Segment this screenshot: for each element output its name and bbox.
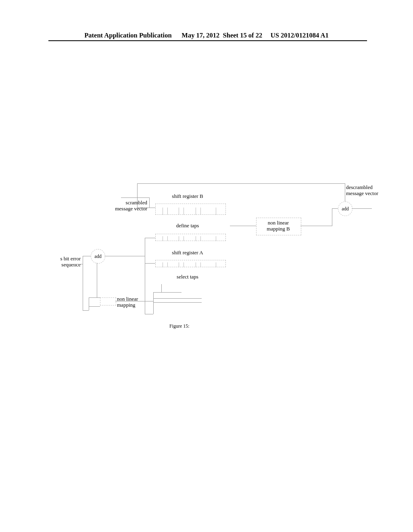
wire — [352, 208, 372, 209]
descrambled-message-label: descrambled message vector — [346, 185, 390, 197]
sheet-number: Sheet 15 of 22 — [223, 31, 263, 39]
wire — [83, 256, 91, 256]
wire — [83, 256, 83, 310]
wire — [149, 197, 150, 208]
wire — [332, 208, 338, 209]
wire — [153, 298, 202, 299]
nonlinear-mapping-label: non linear mapping — [117, 296, 149, 308]
page: Patent Application Publication May 17, 2… — [0, 0, 413, 532]
define-taps-label: define taps — [169, 223, 206, 229]
nonlinear-mapping-b-label: non linear mapping B — [258, 220, 298, 232]
wire — [345, 183, 345, 202]
wire — [161, 284, 162, 292]
wire — [137, 183, 345, 184]
wire — [97, 263, 97, 297]
adder-right-label: add — [342, 206, 348, 212]
pub-type: Patent Application Publication — [84, 31, 171, 39]
page-header: Patent Application Publication May 17, 2… — [0, 31, 413, 39]
wire — [332, 208, 332, 226]
figure-caption: Figure 15: — [169, 323, 190, 329]
nonlinear-mapping-box — [100, 297, 116, 305]
adder-right: add — [338, 202, 353, 216]
wire — [300, 226, 332, 226]
wire — [145, 314, 153, 314]
wire — [121, 197, 149, 198]
wire — [230, 226, 256, 226]
scrambled-message-label: scrambled message vector — [111, 200, 147, 212]
adder-left-label: add — [94, 254, 101, 259]
define-taps-register — [155, 234, 226, 241]
s-bit-error-label: s bit error sequence — [40, 256, 81, 268]
pub-number: US 2012/0121084 A1 — [271, 31, 329, 39]
pub-date: May 17, 2012 — [181, 31, 219, 39]
wire — [145, 238, 145, 314]
wire — [69, 264, 83, 264]
wire — [153, 302, 202, 303]
wire — [89, 297, 89, 310]
adder-left: add — [91, 249, 105, 264]
wire — [104, 256, 145, 256]
wire — [145, 238, 155, 238]
shift-register-b — [155, 204, 226, 215]
wire — [83, 310, 89, 311]
shift-register-b-label: shift register B — [161, 193, 214, 200]
figure-diagram: scrambled message vector shift register … — [0, 177, 413, 339]
wire — [115, 301, 153, 301]
select-taps-label: select taps — [169, 274, 206, 280]
wire — [89, 297, 100, 298]
header-rule — [48, 40, 367, 41]
wire — [89, 306, 100, 307]
wire — [153, 292, 181, 293]
shift-register-a-label: shift register A — [161, 250, 214, 256]
wire — [153, 292, 154, 314]
wire — [145, 263, 155, 264]
shift-register-a — [155, 260, 226, 267]
